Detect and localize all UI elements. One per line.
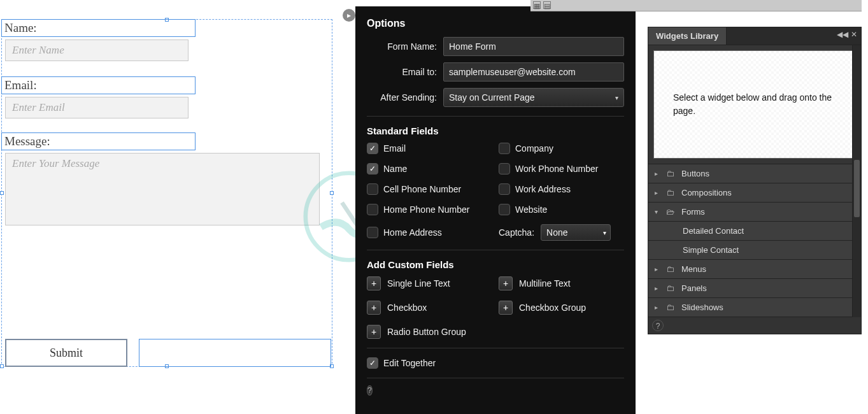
- check-icon: [499, 204, 510, 215]
- folder-icon: 🗀: [666, 188, 676, 197]
- options-flyout: Options Form Name: Email to: After Sendi…: [355, 6, 636, 414]
- email-to-label: Email to:: [367, 67, 443, 77]
- chevron-down-icon: ▾: [655, 208, 661, 215]
- category-menus[interactable]: ▸ 🗀 Menus: [648, 259, 861, 278]
- after-sending-label: After Sending:: [367, 92, 443, 103]
- folder-icon: 🗀: [666, 283, 676, 293]
- options-flyout-toggle[interactable]: ▸: [343, 9, 355, 22]
- category-panels[interactable]: ▸ 🗀 Panels: [648, 278, 861, 297]
- plus-icon: +: [367, 276, 381, 290]
- add-custom-title: Add Custom Fields: [367, 259, 624, 270]
- name-label: Name:: [4, 21, 37, 35]
- check-icon: ✓: [367, 163, 378, 175]
- grid-icon[interactable]: ▦: [533, 1, 541, 9]
- captcha-label: Captcha:: [499, 227, 534, 238]
- form-name-input[interactable]: [443, 37, 624, 56]
- field-checkbox-website[interactable]: Website: [499, 204, 624, 215]
- field-checkbox-home-phone[interactable]: Home Phone Number: [367, 204, 492, 215]
- message-textarea[interactable]: Enter Your Message: [5, 153, 320, 225]
- folder-icon: 🗀: [666, 264, 676, 274]
- widget-detailed-contact[interactable]: Detailed Contact: [648, 221, 861, 240]
- chevron-right-icon: ▸: [655, 285, 661, 292]
- field-checkbox-work-phone[interactable]: Work Phone Number: [499, 163, 624, 175]
- folder-open-icon: 🗁: [666, 207, 676, 217]
- folder-icon: 🗀: [666, 303, 676, 312]
- add-radio-group[interactable]: + Radio Button Group: [367, 325, 492, 339]
- check-icon: ✓: [367, 143, 378, 154]
- scrollbar-thumb[interactable]: [854, 160, 860, 217]
- chevron-right-icon: ▸: [655, 170, 661, 177]
- top-toolbar: ▦ ▤: [530, 0, 862, 11]
- design-canvas[interactable]: Name: Enter Name Email: Enter Email Mess…: [0, 0, 357, 414]
- field-checkbox-work-address[interactable]: Work Address: [499, 183, 624, 195]
- plus-icon: +: [499, 301, 513, 315]
- email-label-box[interactable]: Email:: [1, 76, 196, 94]
- plus-icon: +: [367, 301, 381, 315]
- name-label-box[interactable]: Name:: [1, 19, 196, 37]
- chevron-right-icon: ▸: [655, 304, 661, 311]
- category-compositions[interactable]: ▸ 🗀 Compositions: [648, 183, 861, 202]
- check-icon: [367, 183, 378, 195]
- add-checkbox[interactable]: + Checkbox: [367, 301, 492, 315]
- widget-simple-contact[interactable]: Simple Contact: [648, 240, 861, 259]
- widget-category-list: ▸ 🗀 Buttons ▸ 🗀 Compositions ▾ 🗁 Forms D…: [648, 164, 861, 317]
- options-title: Options: [367, 18, 624, 29]
- close-icon[interactable]: ✕: [851, 30, 857, 42]
- check-icon: [499, 143, 510, 154]
- grid-icon-2[interactable]: ▤: [543, 1, 551, 9]
- folder-icon: 🗀: [666, 169, 676, 178]
- email-label: Email:: [4, 78, 37, 92]
- widget-preview-area: Select a widget below and drag onto the …: [653, 50, 856, 159]
- edit-together-label: Edit Together: [383, 358, 436, 368]
- plus-icon: +: [367, 325, 381, 339]
- check-icon: [499, 163, 510, 175]
- help-icon[interactable]: ?: [652, 320, 664, 331]
- message-label: Message:: [4, 134, 50, 148]
- chevron-right-icon: ▸: [655, 266, 661, 273]
- check-icon: [367, 204, 378, 215]
- standard-fields-title: Standard Fields: [367, 125, 624, 136]
- check-icon[interactable]: ✓: [367, 357, 378, 369]
- email-to-input[interactable]: [443, 62, 624, 82]
- check-icon: [499, 183, 510, 195]
- category-buttons[interactable]: ▸ 🗀 Buttons: [648, 164, 861, 183]
- widgets-library-panel: Widgets Library ◀◀ ✕ Select a widget bel…: [648, 27, 862, 334]
- widgets-library-tab[interactable]: Widgets Library: [648, 27, 727, 45]
- status-text-box[interactable]: [139, 339, 331, 367]
- check-icon: [367, 227, 378, 238]
- plus-icon: +: [499, 276, 513, 290]
- message-label-box[interactable]: Message:: [1, 132, 196, 150]
- field-checkbox-email[interactable]: ✓ Email: [367, 143, 492, 154]
- add-multiline-text[interactable]: + Multiline Text: [499, 276, 624, 290]
- field-checkbox-cell-phone[interactable]: Cell Phone Number: [367, 183, 492, 195]
- form-name-label: Form Name:: [367, 41, 443, 52]
- collapse-icon[interactable]: ◀◀: [837, 30, 848, 42]
- submit-button[interactable]: Submit: [5, 339, 127, 367]
- after-sending-select[interactable]: Stay on Current Page: [443, 88, 624, 107]
- category-slideshows[interactable]: ▸ 🗀 Slideshows: [648, 297, 861, 317]
- add-checkbox-group[interactable]: + Checkbox Group: [499, 301, 624, 315]
- library-scrollbar[interactable]: [852, 45, 861, 317]
- field-checkbox-home-address[interactable]: Home Address: [367, 227, 492, 238]
- chevron-right-icon: ▸: [655, 189, 661, 196]
- name-input[interactable]: Enter Name: [5, 39, 189, 61]
- help-icon[interactable]: ?: [367, 385, 373, 396]
- captcha-select[interactable]: None: [541, 224, 611, 241]
- add-single-line-text[interactable]: + Single Line Text: [367, 276, 492, 290]
- field-checkbox-company[interactable]: Company: [499, 143, 624, 154]
- category-forms[interactable]: ▾ 🗁 Forms: [648, 202, 861, 221]
- email-input[interactable]: Enter Email: [5, 97, 189, 118]
- field-checkbox-name[interactable]: ✓ Name: [367, 163, 492, 175]
